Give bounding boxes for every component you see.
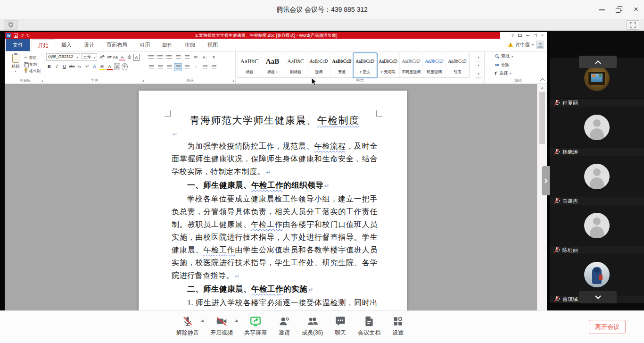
restore-icon[interactable] bbox=[616, 6, 622, 13]
align-right-icon[interactable] bbox=[165, 64, 173, 71]
justify-icon[interactable] bbox=[174, 64, 182, 71]
word-close-icon[interactable]: × bbox=[541, 33, 544, 38]
line-spacing-icon[interactable]: ↕ bbox=[192, 64, 199, 71]
style-标题[interactable]: AaBbC标题 bbox=[238, 53, 261, 77]
borders-icon[interactable] bbox=[210, 64, 217, 71]
tab-插入[interactable]: 插入 bbox=[55, 39, 78, 51]
bold-icon[interactable]: B bbox=[46, 63, 52, 70]
toolbar-invite-button[interactable]: 邀请 bbox=[272, 315, 296, 337]
account-avatar[interactable] bbox=[536, 41, 544, 49]
undo-icon[interactable]: ↺ bbox=[20, 33, 24, 38]
numbering-icon[interactable] bbox=[157, 54, 164, 61]
sub-icon[interactable]: x₂ bbox=[76, 63, 83, 70]
toolbar-share-screen-button[interactable]: 共享屏幕 bbox=[239, 315, 272, 337]
sort-icon[interactable]: A↓ bbox=[201, 54, 208, 61]
style-强调[interactable]: AaBbCcD强调 bbox=[307, 53, 330, 77]
multilevel-list-icon[interactable] bbox=[165, 54, 173, 61]
strike-icon[interactable]: abc bbox=[69, 63, 75, 70]
caret-up-icon[interactable] bbox=[201, 319, 205, 322]
leave-meeting-button[interactable]: 离开会议 bbox=[589, 320, 626, 334]
grow-icon[interactable]: A bbox=[98, 54, 104, 61]
style-无间隔[interactable]: AaBbCcD↵无间隔 bbox=[377, 53, 400, 77]
style-副标题[interactable]: AaBbC副标题 bbox=[284, 53, 307, 77]
toolbar-members-button[interactable]: 成员(36) bbox=[296, 315, 329, 337]
dialog-launcher-icon[interactable] bbox=[141, 80, 144, 82]
participant-tile[interactable]: 杨晓涛 bbox=[550, 107, 644, 156]
cut-button[interactable]: ✂剪切 bbox=[24, 54, 41, 61]
effects-icon[interactable]: A bbox=[91, 63, 98, 70]
highlight-icon[interactable]: ab bbox=[99, 63, 105, 70]
style-正文[interactable]: AaBbCcD↵正文 bbox=[354, 53, 377, 77]
circle-icon[interactable]: 字 bbox=[122, 63, 128, 70]
account-area[interactable]: 许中霞 ▾ bbox=[508, 41, 544, 49]
tab-邮件[interactable]: 邮件 bbox=[156, 39, 179, 51]
style-明显强调[interactable]: AaBbCcD明显强调 bbox=[423, 53, 446, 77]
minimize-icon[interactable] bbox=[599, 6, 605, 13]
increase-indent-icon[interactable] bbox=[183, 54, 190, 61]
distributed-icon[interactable] bbox=[183, 64, 190, 71]
align-left-icon[interactable] bbox=[148, 64, 155, 71]
shrink-icon[interactable]: A bbox=[105, 54, 111, 61]
fullscreen-icon[interactable] bbox=[626, 20, 639, 30]
gallery-down-icon[interactable]: ▼ bbox=[476, 62, 481, 70]
italic-icon[interactable]: I bbox=[54, 63, 60, 70]
tab-审阅[interactable]: 审阅 bbox=[179, 39, 201, 51]
bullets-icon[interactable] bbox=[148, 54, 155, 61]
shield-plus-icon[interactable] bbox=[4, 20, 18, 30]
font-size-select[interactable]: 三号▾ bbox=[81, 53, 97, 61]
copy-button[interactable]: 复制 bbox=[24, 61, 41, 67]
shading-icon[interactable] bbox=[201, 64, 208, 71]
toolbar-camera-off-button[interactable]: 开启视频 bbox=[205, 315, 239, 337]
find-button[interactable]: 查找▾ bbox=[495, 53, 546, 60]
redo-icon[interactable]: ↻ bbox=[26, 33, 30, 38]
tab-设计[interactable]: 设计 bbox=[78, 39, 100, 51]
paste-button[interactable]: 粘贴 ▾ bbox=[9, 53, 22, 78]
help-icon[interactable]: ? bbox=[512, 33, 514, 38]
document-scrollbar[interactable]: ▲ bbox=[537, 84, 547, 310]
toolbar-mic-off-button[interactable]: 解除静音 bbox=[171, 315, 205, 337]
dialog-launcher-icon[interactable] bbox=[41, 80, 43, 82]
style-引用[interactable]: AaBbCcD引用 bbox=[446, 53, 469, 77]
participant-tile[interactable]: 陈红丽 bbox=[550, 205, 644, 254]
replace-button[interactable]: ab替换 bbox=[495, 61, 546, 68]
clear-icon[interactable]: A bbox=[119, 54, 125, 61]
select-button[interactable]: 选择▾ bbox=[495, 70, 546, 77]
word-restore-icon[interactable] bbox=[534, 34, 537, 37]
align-center-icon[interactable] bbox=[157, 64, 164, 71]
tab-引用[interactable]: 引用 bbox=[133, 39, 156, 51]
color-icon[interactable]: A bbox=[107, 63, 113, 70]
font-name-select[interactable]: 仿宋_GB2312▾ bbox=[46, 53, 80, 61]
format-painter-button[interactable]: 格式刷 bbox=[24, 67, 41, 74]
collapse-ribbon-icon[interactable] bbox=[540, 77, 545, 82]
dialog-launcher-icon[interactable] bbox=[481, 80, 483, 82]
participants-scroll-up-button[interactable] bbox=[579, 56, 617, 68]
show-marks-icon[interactable]: ¶ bbox=[210, 54, 217, 61]
tab-文件[interactable]: 文件 bbox=[6, 39, 30, 51]
asian-layout-icon[interactable]: 中 bbox=[192, 54, 199, 61]
shading-icon[interactable]: A bbox=[114, 63, 120, 70]
ribbon-display-options-icon[interactable] bbox=[518, 34, 522, 37]
decrease-indent-icon[interactable] bbox=[174, 54, 182, 61]
toolbar-docs-button[interactable]: 会议文档 bbox=[352, 315, 386, 337]
participants-scroll-down-button[interactable] bbox=[579, 291, 617, 303]
phonetic-icon[interactable]: 变 bbox=[126, 54, 132, 61]
word-minimize-icon[interactable] bbox=[526, 35, 529, 36]
tab-页面布局[interactable]: 页面布局 bbox=[100, 39, 133, 51]
underline-icon[interactable]: U bbox=[61, 63, 67, 70]
char-border-icon[interactable]: A bbox=[133, 54, 140, 61]
document-page[interactable]: 青海师范大学师生健康晨、午检制度 ↵为加强学校疫情防控工作，规范晨、午检流程，及… bbox=[139, 91, 407, 310]
save-icon[interactable] bbox=[14, 33, 18, 38]
gallery-up-icon[interactable]: ▲ bbox=[476, 53, 481, 62]
style-标题 1[interactable]: AaB标题 1 bbox=[261, 53, 284, 77]
scroll-up-arrow-icon[interactable]: ▲ bbox=[537, 84, 547, 91]
scrollbar-thumb[interactable] bbox=[539, 92, 545, 144]
tab-开始[interactable]: 开始 bbox=[32, 39, 55, 51]
tab-视图[interactable]: 视图 bbox=[201, 39, 224, 51]
sup-icon[interactable]: x² bbox=[84, 63, 90, 70]
participant-tile[interactable]: 马谢吉 bbox=[550, 156, 644, 205]
caret-up-icon[interactable] bbox=[235, 319, 239, 322]
style-要点[interactable]: AaBbCcD要点 bbox=[330, 53, 354, 77]
panel-collapse-handle[interactable] bbox=[542, 166, 550, 195]
style-不明显强调[interactable]: AaBbCcD不明显强调 bbox=[400, 53, 423, 77]
case-icon[interactable]: Aa bbox=[112, 54, 118, 61]
